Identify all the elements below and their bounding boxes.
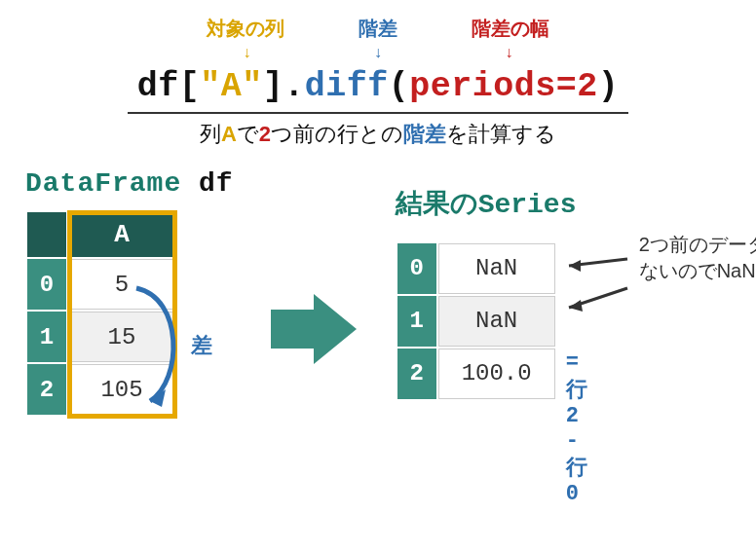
arrow-down-icon: ↓: [431, 44, 586, 61]
explain-seg: で: [237, 122, 259, 146]
code-token: df[: [137, 67, 201, 106]
code-expression: df["A"].diff(periods=2): [128, 67, 629, 114]
diff-label: 差: [191, 331, 212, 360]
explain-column: A: [221, 122, 237, 146]
nan-note: 2つ前のデータが ないのでNaN: [639, 232, 756, 284]
svg-line-3: [569, 288, 627, 308]
label-period-width: 階差の幅: [433, 16, 588, 42]
explain-seg: つ前の行との: [271, 122, 403, 146]
value-cell: NaN: [438, 296, 555, 347]
top-arrows: ↓ ↓ ↓: [0, 44, 756, 61]
explain-seg: を計算する: [446, 122, 556, 146]
code-token: ): [598, 67, 620, 106]
arrow-down-icon: ↓: [329, 44, 427, 61]
dataframe-table: A 0 5 1 15 2 105: [25, 210, 177, 417]
svg-marker-4: [569, 300, 583, 312]
svg-line-1: [569, 259, 627, 266]
index-cell: 2: [27, 364, 66, 415]
note-arrow-icon: [559, 251, 637, 280]
explanation-text: 列Aで2つ前の行との階差を計算する: [0, 120, 756, 149]
dataframe-title: DataFrame df: [25, 168, 234, 199]
index-cell: 0: [27, 259, 66, 310]
note-line1: 2つ前のデータが: [639, 232, 756, 258]
value-cell: 105: [68, 364, 175, 415]
result-block: 結果のSeries 0 NaN 1 NaN 2 100.0: [396, 185, 577, 405]
note-line2: ないのでNaN: [639, 258, 756, 284]
result-title: 結果のSeries: [396, 185, 577, 222]
explain-seg: 列: [200, 122, 221, 146]
index-cell: 2: [397, 349, 436, 399]
label-method: 階差: [329, 16, 427, 42]
explain-periods-count: 2: [259, 122, 271, 146]
explain-method: 階差: [403, 122, 446, 146]
code-token-periods: periods=2: [409, 67, 598, 106]
value-cell: 5: [68, 259, 175, 310]
result-title-pre: 結果の: [396, 188, 478, 218]
table-corner: [27, 212, 66, 257]
index-cell: 1: [397, 296, 436, 347]
top-labels: 対象の列 階差 階差の幅: [0, 16, 756, 42]
index-cell: 0: [397, 243, 436, 294]
index-cell: 1: [27, 312, 66, 362]
note-arrow-icon: [559, 286, 637, 315]
big-arrow-icon: [271, 294, 359, 364]
code-token: ].: [263, 67, 305, 106]
code-token-column: "A": [200, 67, 263, 106]
code-token: (: [389, 67, 410, 106]
label-target-column: 対象の列: [168, 16, 323, 42]
value-cell: 100.0: [438, 349, 555, 399]
column-header-a: A: [68, 212, 175, 257]
arrow-down-icon: ↓: [170, 44, 325, 61]
dataframe-var: df: [199, 168, 234, 199]
dataframe-type: DataFrame: [25, 168, 181, 199]
result-formula: = 行2 - 行0: [566, 350, 587, 506]
value-cell: 15: [68, 312, 175, 362]
value-cell: NaN: [438, 243, 555, 294]
result-title-series: Series: [478, 190, 577, 220]
result-table: 0 NaN 1 NaN 2 100.0: [396, 241, 557, 401]
code-token-method: diff: [305, 67, 389, 106]
dataframe-block: DataFrame df A 0 5 1 15 2 105: [25, 168, 234, 421]
svg-marker-2: [569, 260, 581, 272]
